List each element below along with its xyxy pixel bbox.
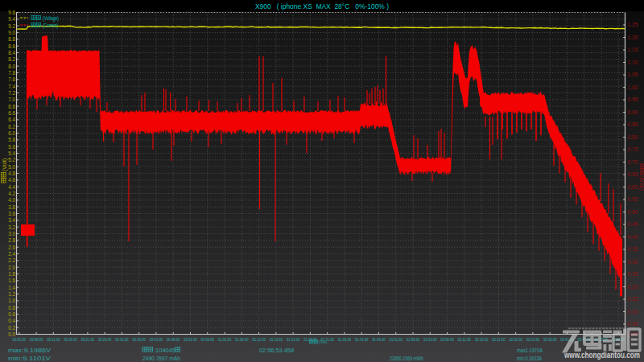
svg-text:1.05: 1.05 <box>628 72 638 77</box>
svg-text:3.6: 3.6 <box>8 211 15 216</box>
svg-text:01:36:00: 01:36:00 <box>338 336 352 342</box>
svg-text:1.25: 1.25 <box>628 22 638 27</box>
svg-text:7.0: 7.0 <box>8 97 15 102</box>
svg-text:02:26:00: 02:26:00 <box>509 336 522 342</box>
svg-text:8.6: 8.6 <box>8 43 15 49</box>
svg-text:5.4: 5.4 <box>8 150 15 156</box>
svg-text:00:46:00: 00:46:00 <box>167 336 180 342</box>
svg-text:0.95: 0.95 <box>628 97 638 102</box>
svg-text:7.2: 7.2 <box>8 90 15 96</box>
svg-text:0.15: 0.15 <box>628 296 638 302</box>
svg-text:0.80: 0.80 <box>628 134 638 140</box>
svg-text:00:21:00: 00:21:00 <box>81 336 95 342</box>
svg-text:0.70: 0.70 <box>628 159 638 165</box>
svg-text:3.2: 3.2 <box>8 224 15 230</box>
svg-text:0.65: 0.65 <box>628 171 638 177</box>
svg-text:5.8: 5.8 <box>8 137 15 142</box>
svg-text:8.8: 8.8 <box>8 36 15 42</box>
svg-text:01:11:00: 01:11:00 <box>252 336 266 342</box>
svg-text:0.75: 0.75 <box>628 146 638 152</box>
svg-text:3.4: 3.4 <box>8 217 15 223</box>
svg-text:(Current): (Current) <box>43 23 58 29</box>
svg-text:6.8: 6.8 <box>8 104 15 109</box>
svg-text:01:01:00: 01:01:00 <box>218 336 232 342</box>
svg-text:00:26:00: 00:26:00 <box>98 336 112 342</box>
svg-text:5.0: 5.0 <box>8 164 15 170</box>
svg-text:0.90: 0.90 <box>628 109 638 115</box>
svg-text:www.chongdiantou.com: www.chongdiantou.com <box>564 351 640 360</box>
svg-text:(Volt): (Volt) <box>2 158 8 171</box>
svg-text:0.60: 0.60 <box>628 184 638 190</box>
svg-text:9.6: 9.6 <box>8 10 15 15</box>
svg-text:4.2: 4.2 <box>8 191 15 196</box>
svg-text:7.6: 7.6 <box>8 76 15 82</box>
svg-text:7.8: 7.8 <box>8 70 15 76</box>
svg-text:00:56:00: 00:56:00 <box>201 336 215 342</box>
svg-text:0.40: 0.40 <box>628 234 638 240</box>
svg-text:0.30: 0.30 <box>628 259 638 265</box>
svg-text:00:41:00: 00:41:00 <box>150 336 163 342</box>
svg-text:8.2: 8.2 <box>8 56 15 62</box>
svg-text:max:9.1986V: max:9.1986V <box>8 347 51 354</box>
svg-text:2.8: 2.8 <box>8 237 15 243</box>
svg-text:01:26:00: 01:26:00 <box>303 336 317 342</box>
svg-text:4.6: 4.6 <box>8 177 15 183</box>
svg-text:4.4: 4.4 <box>8 184 15 190</box>
svg-text:2.2: 2.2 <box>8 257 15 263</box>
svg-text:(Time): (Time) <box>319 339 328 344</box>
svg-text:2.4: 2.4 <box>8 251 15 257</box>
svg-text:1.0: 1.0 <box>8 298 15 303</box>
svg-text:02:36:00: 02:36:00 <box>543 336 557 342</box>
svg-text:5.2: 5.2 <box>8 157 15 162</box>
svg-text:4.8: 4.8 <box>8 171 15 176</box>
svg-text:4.0: 4.0 <box>8 197 15 203</box>
svg-text:8.0: 8.0 <box>8 64 15 69</box>
svg-text:0.85: 0.85 <box>628 121 638 127</box>
svg-text:1.8: 1.8 <box>8 271 15 277</box>
svg-text:(Voltage): (Voltage) <box>43 15 59 22</box>
svg-text:00:36:00: 00:36:00 <box>132 336 146 342</box>
svg-text:min:9.1101V: min:9.1101V <box>8 355 51 362</box>
svg-text:1.10: 1.10 <box>628 60 638 65</box>
svg-text:min:0.1633A: min:0.1633A <box>517 355 542 362</box>
svg-text:6.4: 6.4 <box>8 117 15 122</box>
svg-text:01:06:00: 01:06:00 <box>235 336 249 342</box>
svg-text:2.6: 2.6 <box>8 245 15 250</box>
svg-text:1.6: 1.6 <box>8 278 15 283</box>
svg-text:8.4: 8.4 <box>8 50 15 56</box>
svg-text:02:21:00: 02:21:00 <box>492 336 506 342</box>
svg-text:02:11:00: 02:11:00 <box>458 336 472 342</box>
svg-text:0.45: 0.45 <box>628 221 638 227</box>
svg-text:0.05: 0.05 <box>628 321 638 327</box>
svg-text:00:51:00: 00:51:00 <box>184 336 197 342</box>
svg-text:1.15: 1.15 <box>628 47 638 52</box>
svg-text:0.4: 0.4 <box>8 318 15 323</box>
svg-text:22850.1569 mWh: 22850.1569 mWh <box>390 355 423 362</box>
svg-text:2.0: 2.0 <box>8 265 15 270</box>
svg-text:0.20: 0.20 <box>628 284 638 290</box>
svg-text:2490.7697 mAh: 2490.7697 mAh <box>142 355 180 362</box>
svg-text:6.6: 6.6 <box>8 110 15 116</box>
svg-text:01:41:00: 01:41:00 <box>355 336 369 342</box>
svg-text:0.35: 0.35 <box>628 246 638 252</box>
svg-text:02:31:00: 02:31:00 <box>526 336 540 342</box>
svg-text:1.00: 1.00 <box>628 84 638 90</box>
svg-text:0.2: 0.2 <box>8 325 15 331</box>
svg-text:00:16:00: 00:16:00 <box>64 336 77 342</box>
svg-text:00:11:00: 00:11:00 <box>47 336 60 342</box>
svg-text:02:16:00: 02:16:00 <box>475 336 489 342</box>
svg-text:9.2: 9.2 <box>8 23 15 29</box>
svg-text:3.8: 3.8 <box>8 204 15 210</box>
svg-text:01:46:00: 01:46:00 <box>372 336 386 342</box>
svg-text:00:06:00: 00:06:00 <box>30 336 43 342</box>
svg-text:1.4: 1.4 <box>8 285 15 290</box>
svg-text:02:01:00: 02:01:00 <box>423 336 437 342</box>
svg-text:0.10: 0.10 <box>628 309 638 315</box>
svg-text:6.2: 6.2 <box>8 124 15 130</box>
svg-text::104045: :104045 <box>154 347 175 354</box>
svg-text:(Amp): (Amp) <box>638 175 644 191</box>
svg-text:0.6: 0.6 <box>8 311 15 317</box>
svg-text:max1.1970A: max1.1970A <box>517 347 543 354</box>
svg-text:0.55: 0.55 <box>628 196 638 202</box>
svg-text:0.8: 0.8 <box>8 305 15 311</box>
